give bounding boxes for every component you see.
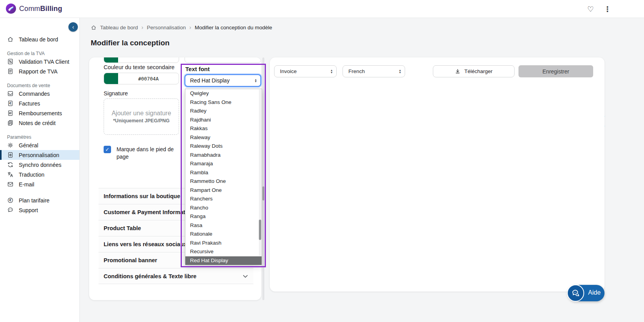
font-option-raleway-dots[interactable]: Raleway Dots xyxy=(185,142,262,151)
app-window: CommBilling ♡ ⋮ Tableau de bordGestion d… xyxy=(0,0,644,322)
font-option-rammetto-one[interactable]: Rammetto One xyxy=(185,177,262,186)
page-title: Modifier la conception xyxy=(91,39,170,47)
font-option-qwigley[interactable]: Qwigley xyxy=(185,89,262,98)
font-option-rambla[interactable]: Rambla xyxy=(185,168,262,177)
sidebar-nav: Tableau de bordGestion de la TVAValidati… xyxy=(0,18,79,215)
text-font-selected-value: Red Hat Display xyxy=(190,77,255,84)
download-button[interactable]: Télécharger xyxy=(433,65,515,77)
save-button[interactable]: Enregistrer xyxy=(518,65,593,77)
breadcrumb-home-icon[interactable] xyxy=(91,25,97,30)
section-header-label: Liens vers les réseaux sociaux xyxy=(104,241,187,247)
font-option-ramabhadra[interactable]: Ramabhadra xyxy=(185,151,262,160)
font-option-rakkas[interactable]: Rakkas xyxy=(185,124,262,133)
font-option-radley[interactable]: Radley xyxy=(185,107,262,116)
font-option-ravi-prakash[interactable]: Ravi Prakash xyxy=(185,239,262,248)
breadcrumb-item-personnalisation[interactable]: Personnalisation xyxy=(147,25,186,30)
font-option-raleway[interactable]: Raleway xyxy=(185,133,262,142)
sidebar-item-label: Plan tarifaire xyxy=(19,197,50,204)
primary-color-input-clipped[interactable] xyxy=(104,57,179,63)
sidebar-section-gestion-de-la-tva: Gestion de la TVA xyxy=(0,50,79,57)
app-logo: CommBilling xyxy=(5,3,62,14)
section-header-conditions-generales-texte-libre[interactable]: Conditions générales & Texte libre xyxy=(99,268,253,284)
breadcrumb-item-current: Modifier la conception du modèle xyxy=(195,25,272,30)
section-header-label: Product Table xyxy=(104,225,141,231)
font-option-rajdhani[interactable]: Rajdhani xyxy=(185,116,262,125)
refunds-icon xyxy=(7,110,14,116)
sidebar-spacer xyxy=(0,189,79,195)
footer-brand-label: Marque dans le pied de page xyxy=(117,146,179,161)
font-option-rancho[interactable]: Rancho xyxy=(185,204,262,213)
breadcrumb-separator: › xyxy=(142,24,144,30)
text-font-label: Text font xyxy=(185,66,210,72)
footer-brand-checkbox[interactable]: ✓ xyxy=(104,146,111,153)
favorites-heart-icon[interactable]: ♡ xyxy=(587,5,594,14)
sidebar-item-label: Factures xyxy=(19,100,40,107)
breadcrumb-item-dashboard[interactable]: Tableau de bord xyxy=(100,25,138,30)
invoices-icon: € xyxy=(7,100,14,107)
brand-name: CommBilling xyxy=(19,5,62,13)
sidebar-item-remboursements[interactable]: Remboursements xyxy=(0,108,79,118)
vat-report-icon xyxy=(7,68,14,75)
clipped-field[interactable] xyxy=(185,57,261,63)
personalization-icon xyxy=(7,152,14,158)
font-list-scrollbar-thumb[interactable] xyxy=(259,220,261,240)
sidebar-collapse-button[interactable]: ‹ xyxy=(68,22,78,32)
overflow-menu-icon[interactable]: ⋮ xyxy=(604,5,611,14)
svg-text:€: € xyxy=(9,199,12,202)
sidebar-section-documents-de-vente: Documents de vente xyxy=(0,82,79,89)
secondary-color-swatch xyxy=(104,73,118,84)
sidebar-item-tableau-de-bord[interactable]: Tableau de bord xyxy=(0,34,79,44)
sidebar-item-label: Synchro données xyxy=(19,162,61,168)
section-header-label: Informations sur la boutique xyxy=(104,193,180,199)
font-option-ranchers[interactable]: Ranchers xyxy=(185,195,262,204)
font-option-recursive[interactable]: Recursive xyxy=(185,247,262,256)
font-option-racing-sans-one[interactable]: Racing Sans One xyxy=(185,98,262,107)
sidebar-item-notes-de-credit[interactable]: Notes de crédit xyxy=(0,118,79,128)
help-button[interactable]: Aide xyxy=(568,285,605,301)
sidebar-item-label: Rapport de TVA xyxy=(19,68,57,75)
signature-dropzone[interactable]: Ajouter une signature *Uniquement JPEG/P… xyxy=(104,98,179,135)
sidebar-item-validation-tva-client[interactable]: Validation TVA Client xyxy=(0,57,79,66)
sidebar-item-label: E-mail xyxy=(19,181,34,188)
sidebar-item-factures[interactable]: €Factures xyxy=(0,98,79,108)
breadcrumb-separator: › xyxy=(189,24,191,30)
gear-icon xyxy=(7,142,14,148)
translate-icon xyxy=(7,171,14,178)
language-select[interactable]: French ▴▾ xyxy=(343,65,405,77)
panel-scrollbar-thumb[interactable] xyxy=(262,186,264,200)
sidebar-item-support[interactable]: Support xyxy=(0,205,79,215)
help-label: Aide xyxy=(588,289,601,296)
document-type-select[interactable]: Invoice ▴▾ xyxy=(274,65,337,77)
sidebar-item-commandes[interactable]: Commandes xyxy=(0,89,79,98)
sidebar-item-e-mail[interactable]: E-mail xyxy=(0,179,79,189)
sidebar-item-rapport-de-tva[interactable]: Rapport de TVA xyxy=(0,66,79,76)
signature-hint: *Uniquement JPEG/PNG xyxy=(113,118,169,123)
sidebar-item-label: Traduction xyxy=(19,172,45,178)
mail-icon xyxy=(7,181,14,188)
sidebar-item-general[interactable]: Général xyxy=(0,140,79,150)
secondary-color-label: Couleur du texte secondaire xyxy=(104,64,174,70)
document-type-value: Invoice xyxy=(280,68,331,74)
sidebar-item-label: Personnalisation xyxy=(19,152,59,158)
font-option-ranga[interactable]: Ranga xyxy=(185,212,262,221)
download-icon xyxy=(455,68,461,74)
font-option-rampart-one[interactable]: Rampart One xyxy=(185,186,262,195)
orders-icon xyxy=(7,90,14,97)
font-option-rationale[interactable]: Rationale xyxy=(185,230,262,239)
brand-logo-icon xyxy=(5,3,16,14)
sidebar-item-traduction[interactable]: Traduction xyxy=(0,170,79,179)
sidebar-item-personnalisation[interactable]: Personnalisation xyxy=(0,150,79,160)
font-option-rasa[interactable]: Rasa xyxy=(185,221,262,230)
sidebar-item-synchro-donnees[interactable]: Synchro données xyxy=(0,160,79,170)
font-option-red-hat-display[interactable]: Red Hat Display xyxy=(185,256,262,265)
sidebar-item-plan-tarifaire[interactable]: €Plan tarifaire xyxy=(0,195,79,205)
text-font-select[interactable]: Red Hat Display ▴▾ xyxy=(185,74,261,87)
footer-brand-row: ✓ Marque dans le pied de page xyxy=(104,146,179,161)
font-option-ramaraja[interactable]: Ramaraja xyxy=(185,159,262,168)
signature-placeholder: Ajouter une signature xyxy=(111,110,171,117)
sync-icon xyxy=(7,161,14,168)
primary-color-swatch xyxy=(104,57,118,63)
secondary-color-input[interactable]: #00704A xyxy=(104,73,179,84)
vat-validation-icon xyxy=(7,58,14,65)
download-label: Télécharger xyxy=(464,68,492,74)
